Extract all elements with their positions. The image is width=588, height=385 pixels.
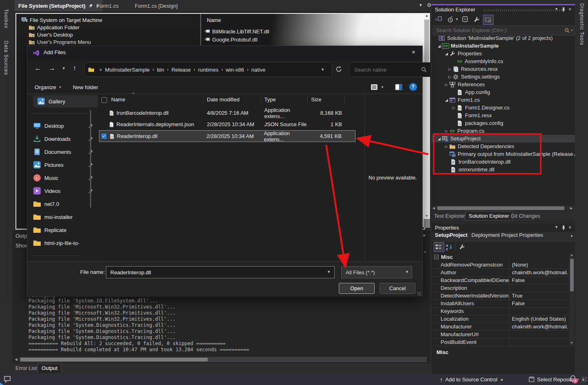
- crumb-segment[interactable]: runtimes: [198, 67, 219, 73]
- cancel-button[interactable]: Cancel: [380, 283, 415, 294]
- tree-item-ironbarcodeinterop[interactable]: IronBarcodeInterop.dll: [432, 158, 575, 166]
- close-panel-icon[interactable]: ×: [568, 224, 572, 230]
- resize-grip[interactable]: [581, 377, 587, 382]
- tab-form1-cs[interactable]: Form1.cs: [93, 0, 122, 11]
- sidebar-item-downloads[interactable]: Downloads: [33, 133, 93, 145]
- diagnostic-tools-tab[interactable]: Diagnostic Tools: [579, 3, 585, 45]
- pin-icon[interactable]: [561, 225, 566, 230]
- category-misc[interactable]: Misc: [432, 253, 568, 261]
- sidebar-item-documents[interactable]: Documents: [33, 146, 93, 158]
- expander-icon[interactable]: ◢: [437, 44, 442, 48]
- back-icon[interactable]: ←: [35, 64, 42, 72]
- dialog-resize-grip[interactable]: [417, 292, 421, 295]
- tree-item-msinstallersample[interactable]: ◢ C# MsiInstallerSample: [432, 42, 575, 50]
- property-row[interactable]: BackwardCompatibleIDGeneFalse: [432, 276, 568, 284]
- pin-icon[interactable]: [561, 7, 566, 12]
- property-row[interactable]: Authorchaknith.work@hotmail.com: [432, 269, 568, 277]
- pending-changes-filter-icon[interactable]: [447, 16, 454, 23]
- solution-hscrollbar[interactable]: ◀ ▶: [432, 206, 575, 211]
- preview-pane-icon[interactable]: [395, 83, 403, 91]
- collapse-all-icon[interactable]: [462, 16, 469, 23]
- sidebar-item-pictures[interactable]: Pictures: [33, 159, 93, 171]
- property-row[interactable]: AddRemoveProgramsIcon(None): [432, 261, 568, 269]
- editor-gear-icon[interactable]: ⚙: [427, 2, 432, 8]
- alphabetical-sort-icon[interactable]: AZ: [445, 243, 453, 251]
- window-position-chevron-icon[interactable]: ▼: [555, 7, 558, 11]
- sidebar-item-html-zip[interactable]: html-zip-file-to-: [33, 237, 93, 249]
- file-row-readerinternals[interactable]: {} ReaderInternals.deployment.json 2/28/…: [100, 119, 354, 130]
- close-panel-icon[interactable]: ×: [568, 6, 572, 12]
- tree-item-references[interactable]: ▷ References: [432, 81, 575, 88]
- expander-icon[interactable]: ▷: [447, 67, 452, 71]
- toolbox-tab[interactable]: Toolbox: [3, 9, 9, 28]
- tree-item-resources[interactable]: ▷ Resources.resx: [432, 65, 575, 73]
- tab-form1-design[interactable]: Form1.cs [Design]: [131, 0, 181, 11]
- notifications-bell[interactable]: 1: [569, 375, 577, 383]
- dialog-search-box[interactable]: [349, 62, 431, 77]
- breadcrumb-bar[interactable]: « MsiInstallerSample› bin› Release› runt…: [84, 62, 332, 77]
- property-row[interactable]: Keywords: [432, 307, 568, 315]
- dialog-search-input[interactable]: [353, 65, 420, 74]
- property-row[interactable]: LocalizationEnglish (United States): [432, 315, 568, 323]
- search-icon[interactable]: [564, 28, 570, 33]
- output-hscrollbar[interactable]: [20, 357, 427, 362]
- search-options-chevron-icon[interactable]: ▼: [570, 29, 573, 32]
- hscroll-thumb[interactable]: [437, 206, 564, 210]
- file-row-readerinterop-selected[interactable]: ✓ ReaderInterop.dll 2/28/2025 10:34 AM A…: [99, 130, 355, 142]
- hscroll-left-icon[interactable]: ◀: [432, 206, 435, 210]
- crumb-overflow[interactable]: «: [97, 67, 105, 72]
- tree-item-solution[interactable]: Solution 'MsiInstallerSample' (2 of 2 pr…: [432, 34, 575, 42]
- tree-item-program[interactable]: ▷ C# Program.cs: [432, 127, 575, 135]
- tab-git-changes[interactable]: Git Changes: [511, 213, 540, 219]
- hscroll-right-icon[interactable]: ▶: [570, 206, 573, 210]
- sidebar-item-gallery[interactable]: Gallery: [33, 95, 98, 107]
- dialog-title-bar[interactable]: Add Files ×: [27, 46, 422, 60]
- expander-icon[interactable]: ◢: [444, 98, 449, 102]
- scroll-down-icon[interactable]: ▼: [425, 214, 428, 218]
- output-close-icon[interactable]: ×: [423, 232, 426, 238]
- tab-solution-explorer[interactable]: Solution Explorer: [465, 211, 513, 221]
- properties-wrench-icon[interactable]: [473, 16, 480, 23]
- crumb-segment[interactable]: native: [251, 67, 265, 73]
- select-all-checkbox[interactable]: [101, 97, 107, 103]
- solution-search-input[interactable]: [435, 26, 559, 35]
- file-name-input[interactable]: [110, 268, 319, 277]
- tree-item-onnxruntime[interactable]: onnxruntime.dll: [432, 166, 575, 173]
- users-programs-row[interactable]: User's Programs Menu: [29, 38, 91, 46]
- file-type-filter-combo[interactable]: All Files (*.*) ▼: [341, 266, 412, 278]
- scroll-up-icon[interactable]: ▲: [425, 14, 428, 18]
- help-icon[interactable]: ?: [409, 83, 417, 91]
- sidebar-item-desktop[interactable]: Desktop: [33, 120, 93, 132]
- categorized-toggle[interactable]: [434, 242, 444, 252]
- up-icon[interactable]: ↑: [73, 64, 77, 72]
- tab-test-explorer[interactable]: Test Explorer: [434, 213, 465, 219]
- organize-button[interactable]: Organize ▼: [35, 82, 62, 92]
- crumb-segment[interactable]: win-x86: [226, 67, 244, 73]
- sidebar-item-net70[interactable]: net7.0: [33, 198, 93, 210]
- collapse-category-icon[interactable]: [434, 255, 439, 259]
- output-hscroll-thumb[interactable]: [20, 358, 208, 361]
- tree-item-detected-dependencies[interactable]: ▷ Detected Dependencies: [432, 142, 575, 150]
- dialog-close-icon[interactable]: ×: [412, 48, 415, 55]
- forward-icon[interactable]: →: [48, 64, 55, 72]
- scroll-up-icon[interactable]: ▲: [570, 253, 573, 257]
- property-row[interactable]: Description: [432, 284, 568, 292]
- property-row[interactable]: DetectNewerInstalledVersionTrue: [432, 292, 568, 300]
- feedback-icon[interactable]: [3, 375, 11, 383]
- sidebar-item-videos[interactable]: Videos: [33, 185, 93, 197]
- window-position-chevron-icon[interactable]: ▼: [555, 225, 558, 229]
- fs-file-row[interactable]: BitMiracle.LibTiff.NET.dll: [204, 28, 269, 35]
- property-row[interactable]: PostBuildEvent: [432, 338, 568, 346]
- tree-item-form1[interactable]: ◢ Form1.cs: [432, 96, 575, 104]
- open-button[interactable]: Open: [339, 283, 375, 294]
- address-dropdown-chevron-icon[interactable]: ▼: [321, 68, 325, 72]
- combo-chevron-icon[interactable]: ▼: [327, 270, 331, 274]
- filter-dropdown-icon[interactable]: ▼: [455, 18, 459, 21]
- properties-object-combo[interactable]: SetupProject Deployment Project Properti…: [432, 232, 575, 241]
- sidebar-item-music[interactable]: ♪ Music: [33, 172, 93, 184]
- show-all-files-toggle[interactable]: [483, 15, 494, 25]
- editor-scrollbar[interactable]: ▲ ▼: [423, 13, 430, 228]
- refresh-icon[interactable]: [335, 66, 342, 73]
- column-header-date[interactable]: Date modified: [207, 96, 264, 103]
- expander-icon[interactable]: ▷: [444, 144, 449, 149]
